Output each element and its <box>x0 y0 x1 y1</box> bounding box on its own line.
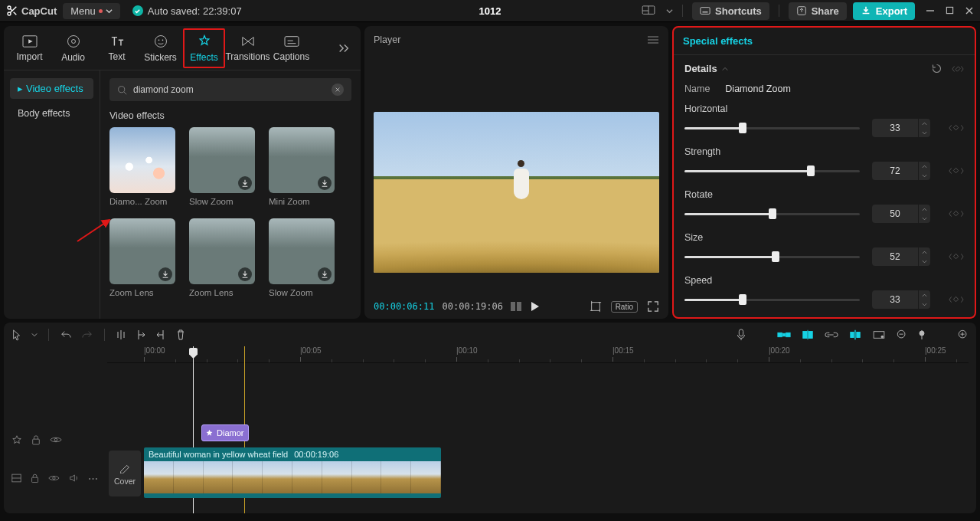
step-up[interactable] <box>919 290 930 300</box>
side-video-effects[interactable]: ▸Video effects <box>10 78 93 99</box>
search-input[interactable] <box>109 78 351 101</box>
split-tool[interactable] <box>116 329 126 341</box>
step-down[interactable] <box>919 171 930 180</box>
zoom-slider[interactable] <box>918 329 926 340</box>
keyframe-nav[interactable] <box>952 65 964 73</box>
preview-axis[interactable] <box>849 329 861 340</box>
download-icon[interactable] <box>318 176 332 190</box>
chevron-down-icon[interactable] <box>666 8 673 15</box>
star-icon[interactable] <box>11 434 22 445</box>
crop-icon[interactable] <box>590 300 602 313</box>
side-body-effects[interactable]: Body effects <box>10 103 93 123</box>
download-icon[interactable] <box>318 267 332 281</box>
effect-thumb[interactable]: Diamo... Zoom <box>109 127 175 206</box>
crop-tool[interactable] <box>872 330 886 339</box>
timeline[interactable]: |00:00|00:05|00:10|00:15|00:20|00:25|00:… <box>4 346 976 513</box>
eye-icon[interactable] <box>50 435 62 444</box>
tab-transitions[interactable]: Transitions <box>227 34 269 62</box>
download-icon[interactable] <box>238 267 252 281</box>
param-value[interactable]: 52 <box>872 247 930 266</box>
layout-button[interactable] <box>637 2 660 19</box>
svg-point-14 <box>155 35 166 47</box>
effect-thumb[interactable]: Slow Zoom <box>189 127 255 206</box>
cover-button[interactable]: Cover <box>109 451 141 496</box>
zoom-out[interactable] <box>897 329 907 340</box>
tab-import[interactable]: Import <box>8 34 51 62</box>
param-value[interactable]: 72 <box>872 162 930 180</box>
delete-tool[interactable] <box>175 329 186 341</box>
tabs-more[interactable] <box>332 43 356 54</box>
export-button[interactable]: Export <box>853 2 915 20</box>
param-value[interactable]: 50 <box>872 205 930 223</box>
effect-thumb[interactable]: Slow Zoom <box>269 218 335 297</box>
fx-panel-title: Special effects <box>683 35 753 47</box>
param-slider[interactable] <box>684 256 860 258</box>
compare-toggle[interactable] <box>511 302 521 311</box>
mic-icon[interactable] <box>736 329 746 341</box>
tab-text[interactable]: Text <box>96 34 138 62</box>
trim-left[interactable] <box>136 329 146 341</box>
lock-icon[interactable] <box>31 473 39 483</box>
close-icon[interactable] <box>965 6 974 15</box>
param-slider[interactable] <box>684 299 860 301</box>
undo-button[interactable] <box>60 329 72 340</box>
keyframe-nav[interactable] <box>949 167 964 175</box>
thumb-label: Slow Zoom <box>269 288 335 297</box>
step-up[interactable] <box>919 247 930 257</box>
chevron-down-icon[interactable] <box>31 332 38 338</box>
track-toggle-icon[interactable] <box>11 473 21 483</box>
param-slider[interactable] <box>684 170 860 172</box>
fullscreen-icon[interactable] <box>647 300 659 313</box>
reset-details[interactable] <box>931 63 942 74</box>
zoom-in[interactable] <box>958 329 969 340</box>
tab-captions[interactable]: Captions <box>270 34 312 62</box>
play-button[interactable] <box>529 300 540 313</box>
more-dots[interactable]: ⋯ <box>88 473 100 484</box>
details-heading[interactable]: Details <box>684 63 717 74</box>
maximize-icon[interactable] <box>946 6 954 15</box>
tab-audio[interactable]: Audio <box>52 34 94 63</box>
step-up[interactable] <box>919 119 930 128</box>
param-value[interactable]: 33 <box>872 119 930 137</box>
link-toggle[interactable] <box>825 331 838 339</box>
keyframe-nav[interactable] <box>949 296 964 303</box>
step-down[interactable] <box>919 257 930 266</box>
param-slider[interactable] <box>684 213 860 215</box>
effect-clip[interactable]: Diamor <box>201 424 249 441</box>
video-clip[interactable]: Beautiful woman in yellow wheat field00:… <box>144 447 441 498</box>
param-value[interactable]: 33 <box>872 290 930 309</box>
step-down[interactable] <box>919 128 930 137</box>
snap-toggle[interactable] <box>802 329 814 340</box>
minimize-icon[interactable] <box>926 6 935 15</box>
tab-effects[interactable]: Effects <box>183 28 225 68</box>
trim-right[interactable] <box>155 329 166 341</box>
lock-icon[interactable] <box>31 434 41 445</box>
step-up[interactable] <box>919 205 930 214</box>
effect-thumb[interactable]: Mini Zoom <box>269 127 335 206</box>
search-clear[interactable] <box>332 84 344 96</box>
ruler-tick: |00:00 <box>144 346 165 355</box>
video-preview[interactable] <box>374 112 659 273</box>
effect-thumb[interactable]: Zoom Lens <box>109 218 175 297</box>
redo-button[interactable] <box>81 329 93 340</box>
player-menu[interactable] <box>647 35 659 44</box>
effect-thumb[interactable]: Zoom Lens <box>189 218 255 297</box>
keyframe-nav[interactable] <box>949 210 964 218</box>
magnet-main[interactable] <box>777 330 791 339</box>
ratio-button[interactable]: Ratio <box>611 301 638 313</box>
step-up[interactable] <box>919 162 930 171</box>
eye-icon[interactable] <box>48 473 60 483</box>
share-button[interactable]: Share <box>789 2 847 20</box>
menu-button[interactable]: Menu <box>63 3 120 19</box>
shortcuts-button[interactable]: Shortcuts <box>692 2 769 20</box>
keyframe-nav[interactable] <box>949 253 964 260</box>
download-icon[interactable] <box>158 267 172 281</box>
param-slider[interactable] <box>684 127 860 129</box>
step-down[interactable] <box>919 300 930 309</box>
pointer-tool[interactable] <box>11 329 22 341</box>
step-down[interactable] <box>919 214 930 223</box>
speaker-icon[interactable] <box>69 473 79 483</box>
keyframe-nav[interactable] <box>949 124 964 132</box>
tab-stickers[interactable]: Stickers <box>139 34 181 63</box>
download-icon[interactable] <box>238 176 252 190</box>
